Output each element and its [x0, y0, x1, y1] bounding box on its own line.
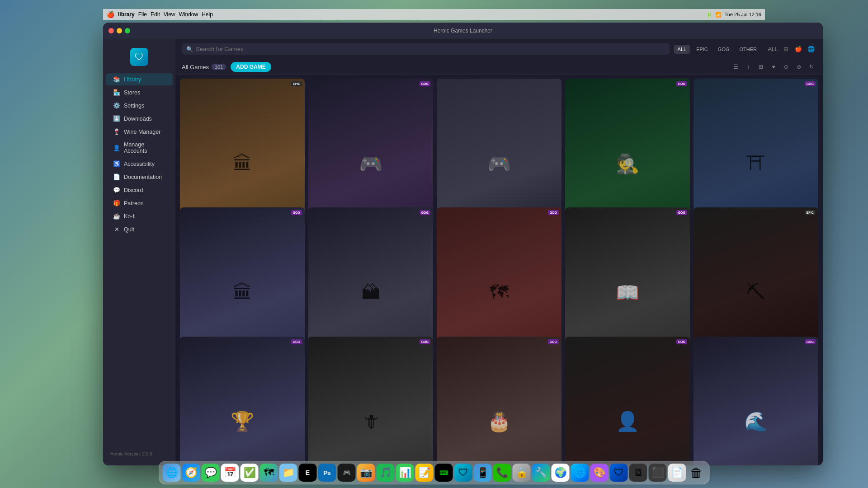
top-bar: 🔍 ALL EPIC GOG OTHER ALL ⊞ 🍎 🌐 [175, 39, 823, 59]
game-badge-teen-agent: GOG [676, 81, 687, 86]
sidebar-item-manage-accounts[interactable]: 👤 Manage Accounts [106, 139, 173, 157]
games-grid: 🏛 EPIC STRANDED DEEP ↓ 🎮 GOG LARA CROFT … [175, 75, 823, 465]
game-badge-tomb-raid: EPIC [805, 210, 816, 215]
sidebar-item-library[interactable]: 📚 Library [106, 73, 173, 85]
game-card-lara-croft[interactable]: 👤 GOG LARA CROFT ↓ [565, 337, 690, 465]
search-box[interactable]: 🔍 [182, 43, 670, 55]
game-figure-tr-anniversary: 🎂 [487, 410, 511, 432]
dock-epic[interactable]: E [299, 464, 317, 482]
dock-numbers[interactable]: 📊 [396, 464, 414, 482]
dock-notes[interactable]: 📝 [415, 464, 434, 482]
game-badge-lara-croft: GOG [676, 339, 687, 344]
app-menu-name[interactable]: library [118, 11, 135, 18]
dock-appstore[interactable]: 🔧 [532, 464, 550, 482]
sidebar-item-settings[interactable]: ⚙️ Settings [106, 99, 173, 112]
dock-safari[interactable]: 🧭 [182, 464, 200, 482]
sync-icon[interactable]: ↻ [807, 62, 816, 72]
game-figure-tr-underworld: 🌊 [744, 410, 768, 432]
game-badge-tomb-raider-3: GOG [548, 210, 559, 215]
sidebar: 🛡 📚 Library 🏪 Stores ⚙️ Settings ⬇️ Dow [103, 39, 175, 465]
sidebar-item-patreon[interactable]: 🎁 Patreon [106, 197, 173, 209]
platform-web[interactable]: 🌐 [806, 44, 816, 55]
menu-file[interactable]: File [138, 11, 147, 18]
dock-keychain[interactable]: 🔒 [513, 464, 531, 482]
dock-maps[interactable]: 🗺 [260, 464, 278, 482]
more-options-icon[interactable]: ⊙ [781, 62, 791, 72]
search-input[interactable] [196, 46, 665, 52]
dock-terminal[interactable]: ⌨ [435, 464, 453, 482]
maximize-button[interactable] [125, 28, 130, 33]
dock-preview[interactable]: 📄 [668, 464, 686, 482]
dock-chrome[interactable]: 🌍 [552, 464, 570, 482]
menu-window[interactable]: Window [179, 11, 198, 18]
game-card-tr-legend[interactable]: 🗡 GOG TOMB RAIDER LEGEND ↓ [308, 337, 433, 465]
sidebar-item-discord[interactable]: 💬 Discord [106, 184, 173, 196]
dock-finder2[interactable]: 📁 [279, 464, 297, 482]
platform-windows[interactable]: ⊞ [780, 44, 791, 55]
filter-icon[interactable]: ⊘ [794, 62, 804, 72]
grid-view-icon[interactable]: ⊞ [756, 62, 766, 72]
sidebar-logo: 🛡 [103, 44, 175, 73]
action-icons: ☰ ↕ ⊞ ♥ ⊙ ⊘ ↻ [731, 62, 816, 72]
filter-other[interactable]: OTHER [736, 45, 761, 54]
dock-photos[interactable]: 📷 [357, 464, 375, 482]
sidebar-item-wine-manager[interactable]: 🍷 Wine Manager [106, 126, 173, 138]
sidebar-item-documentation[interactable]: 📄 Documentation [106, 171, 173, 183]
game-badge-tomb-raider-1: GOG [291, 210, 302, 215]
dock-messages[interactable]: 💬 [202, 464, 220, 482]
filter-epic[interactable]: EPIC [693, 45, 712, 54]
dock-facetime[interactable]: 📞 [493, 464, 511, 482]
dock-ue[interactable]: 🎮 [338, 464, 356, 482]
traffic-lights [108, 28, 130, 33]
dock-app3[interactable]: 🎨 [590, 464, 609, 482]
menubar-right: 🔋 📶 Tue 25 Jul 12:16 [706, 12, 761, 18]
game-card-tr-goty[interactable]: 🏆 GOG TOMB RAIDER GAME OF THE YEAR ↓ [180, 337, 305, 465]
dock-heroic[interactable]: 🛡 [454, 464, 472, 482]
dock-ipad[interactable]: 🖥 [629, 464, 647, 482]
apple-menu[interactable]: 🍎 [107, 11, 114, 18]
filter-all[interactable]: ALL [674, 45, 690, 54]
sidebar-label-patreon: Patreon [124, 200, 144, 206]
sidebar-item-quit[interactable]: ✕ Quit [106, 223, 173, 235]
dock-reminders[interactable]: ✅ [241, 464, 259, 482]
close-button[interactable] [108, 28, 114, 33]
dock-ps[interactable]: Ps [318, 464, 336, 482]
platform-all[interactable]: ALL [768, 44, 778, 55]
dock-finder[interactable]: 🌐 [163, 464, 181, 482]
add-game-button[interactable]: ADD GAME [231, 62, 271, 72]
game-card-content-tr-goty: 🏆 [180, 337, 305, 465]
platform-mac[interactable]: 🍎 [793, 44, 804, 55]
game-badge-tr-goty: GOG [291, 339, 302, 344]
menu-view[interactable]: View [164, 11, 175, 18]
patreon-icon: 🎁 [113, 200, 120, 206]
game-card-tr-underworld[interactable]: 🌊 GOG TOMB RAIDER UNDERWORLD ↓ [693, 337, 818, 465]
minimize-button[interactable] [117, 28, 122, 33]
dock-app2[interactable]: 🌐 [571, 464, 589, 482]
dock-quicktime[interactable]: ⬛ [649, 464, 667, 482]
heroic-logo: 🛡 [130, 48, 148, 66]
sidebar-item-stores[interactable]: 🏪 Stores [106, 86, 173, 99]
dock-1password[interactable]: 🛡 [610, 464, 628, 482]
accessibility-icon: ♿ [113, 160, 120, 167]
filter-gog[interactable]: GOG [714, 45, 733, 54]
dock-calendar[interactable]: 📅 [221, 464, 239, 482]
dock-iphone[interactable]: 📱 [474, 464, 492, 482]
game-badge-tr-underworld: GOG [805, 339, 816, 344]
menu-edit[interactable]: Edit [151, 11, 160, 18]
dock-trash[interactable]: 🗑 [688, 464, 706, 482]
list-view-icon[interactable]: ☰ [731, 62, 741, 72]
sidebar-item-downloads[interactable]: ⬇️ Downloads [106, 113, 173, 125]
game-badge-tr-last-revelation: GOG [805, 81, 816, 86]
game-card-tr-anniversary[interactable]: 🎂 GOG TOMB RAIDER ANNIVERSARY ↓ [437, 337, 561, 465]
sidebar-item-kofi[interactable]: ☕ Ko-fi [106, 210, 173, 222]
sort-icon[interactable]: ↕ [743, 62, 753, 72]
sidebar-label-stores: Stores [124, 89, 140, 96]
dock-spotify[interactable]: 🎵 [377, 464, 395, 482]
menu-help[interactable]: Help [202, 11, 213, 18]
sidebar-label-downloads: Downloads [124, 116, 152, 122]
game-figure-tomb-raider-chronicles: 📖 [616, 282, 639, 304]
game-badge-tomb-raider-2: GOG [420, 210, 430, 215]
search-icon: 🔍 [186, 46, 193, 52]
sidebar-item-accessibility[interactable]: ♿ Accessibility [106, 158, 173, 170]
favorites-icon[interactable]: ♥ [769, 62, 778, 72]
